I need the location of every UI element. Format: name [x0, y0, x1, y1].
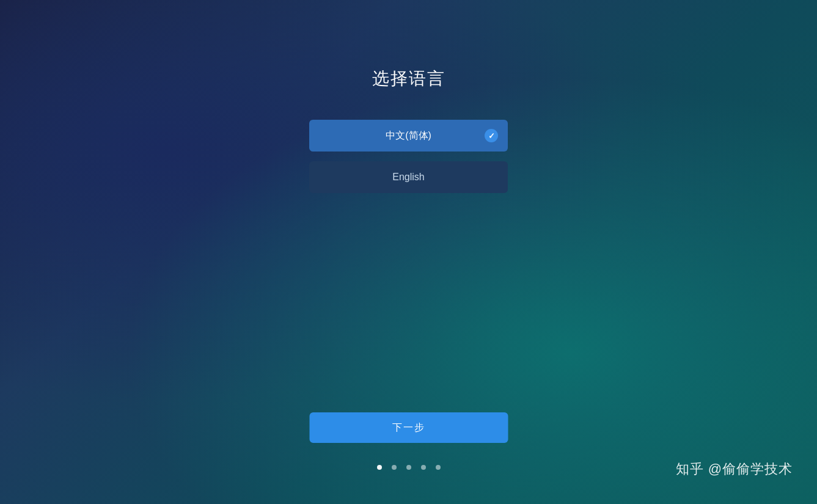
language-option-en[interactable]: English: [309, 161, 508, 193]
content-wrapper: 选择语言 中文(简体) English 下一步 知乎 @偷偷学技术: [0, 0, 817, 504]
dot-2: [392, 465, 397, 470]
language-list: 中文(简体) English: [309, 120, 508, 193]
language-label-zh: 中文(简体): [386, 130, 431, 142]
dot-3: [406, 465, 411, 470]
dot-1: [377, 465, 382, 470]
watermark: 知乎 @偷偷学技术: [676, 460, 793, 478]
dot-4: [421, 465, 426, 470]
selected-checkmark-icon: [485, 129, 498, 142]
language-label-en: English: [392, 172, 424, 183]
dot-5: [436, 465, 441, 470]
pagination-dots: [377, 465, 441, 470]
page-title: 选择语言: [372, 67, 445, 90]
next-button[interactable]: 下一步: [309, 412, 508, 443]
language-option-zh[interactable]: 中文(简体): [309, 120, 508, 152]
